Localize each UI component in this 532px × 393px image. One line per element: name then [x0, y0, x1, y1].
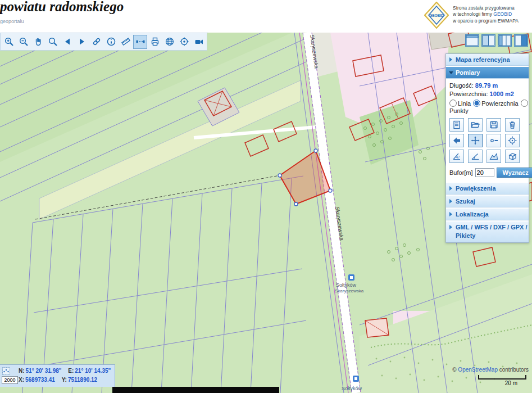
mini-map-icon[interactable] — [2, 367, 10, 376]
wyznacz-button[interactable]: Wyznacz — [497, 168, 532, 178]
credits-block: GEOBID Strona została przygotowana w tec… — [424, 2, 519, 31]
map-scale-input[interactable] — [2, 376, 18, 384]
camera-button[interactable] — [192, 35, 206, 49]
section-lokalizacja[interactable]: Lokalizacja współrzędnej — [446, 209, 529, 220]
site-subtitle: geoportalu — [0, 19, 24, 24]
radio-punkty-label: Punkty — [449, 107, 525, 114]
split-view-icon[interactable] — [481, 34, 495, 47]
pomiary-body: Długość: 89.79 m Powierzchnia: 1000 m2 L… — [446, 79, 529, 182]
stop-label-line1: Sołtyków — [336, 282, 357, 288]
back-arrow-icon[interactable] — [449, 134, 464, 147]
chevron-right-icon — [449, 199, 452, 204]
x-value: 5689733.41 — [25, 377, 55, 383]
xy-coordinates: X:5689733.41 Y:7511890.12 — [19, 377, 97, 383]
pan-hand-button[interactable] — [31, 35, 45, 49]
radio-powierzchnia-label: Powierzchnia — [481, 100, 518, 107]
credits-line-2: w technologii firmy GEOBID — [453, 11, 519, 17]
move-icon[interactable] — [468, 134, 483, 147]
geo-coordinates: N:51° 20' 31.98" E:21° 10' 14.35" — [19, 368, 111, 374]
center-target-icon[interactable] — [505, 134, 520, 147]
measure-tools-grid: 47 — [449, 118, 525, 163]
section-powiekszenia[interactable]: Powiększenia — [446, 183, 529, 195]
radio-linia[interactable] — [449, 100, 457, 107]
map-attribution: © OpenStreetMap contributors — [452, 367, 529, 373]
chevron-right-icon — [449, 186, 452, 191]
scale-bar-label: 20 m — [478, 380, 526, 386]
locate-button[interactable] — [177, 35, 191, 49]
measure-distance-button[interactable] — [133, 35, 147, 49]
coordinates-statusbar: N:51° 20' 31.98" E:21° 10' 14.35" X:5689… — [0, 364, 115, 387]
chevron-right-icon — [449, 212, 452, 216]
e-value: 21° 10' 14.35" — [75, 368, 111, 374]
svg-text:GEOBID: GEOBID — [429, 13, 444, 17]
tools-panel: Mapa referencyjna Pomiary Długość: 89.79… — [445, 53, 529, 243]
length-readout: Długość: 89.79 m — [449, 82, 525, 89]
angle-value-icon[interactable]: 47 — [449, 150, 464, 163]
globe-button[interactable] — [162, 35, 176, 49]
window-view-icon[interactable] — [465, 34, 479, 47]
zoom-in-button[interactable] — [2, 35, 16, 49]
section-mapa-referencyjna[interactable]: Mapa referencyjna — [446, 54, 529, 66]
print-button[interactable] — [148, 35, 162, 49]
area-value: 1000 m2 — [490, 91, 514, 97]
map-area: Skaryszewska Skaryszewska Sołtyków Skary… — [0, 33, 532, 393]
area-readout: Powierzchnia: 1000 m2 — [449, 91, 525, 97]
layout-icons — [465, 34, 528, 47]
info-button[interactable] — [104, 35, 118, 49]
measure-tool-button[interactable] — [119, 35, 133, 49]
link-button[interactable] — [89, 35, 103, 49]
chevron-right-icon — [449, 57, 452, 62]
profile-area-icon[interactable] — [486, 150, 501, 163]
credits-text: Strona została przygotowana w technologi… — [453, 2, 519, 24]
remove-point-icon[interactable] — [486, 134, 501, 147]
chevron-right-icon — [449, 225, 452, 229]
map-toolbar — [0, 33, 207, 51]
previous-view-button[interactable] — [60, 35, 74, 49]
radio-powierzchnia[interactable] — [473, 100, 480, 107]
section-gml-export[interactable]: GML / WFS / DXF / GPX / Pikiety — [446, 222, 529, 242]
y-value: 7511890.12 — [68, 377, 97, 383]
stop-label-line2: Skaryszewska — [335, 288, 364, 293]
columns-view-icon[interactable] — [498, 34, 512, 47]
n-value: 51° 20' 31.98" — [26, 368, 62, 374]
geobid-logo-icon: GEOBID — [424, 2, 449, 31]
zoom-window-button[interactable] — [46, 35, 60, 49]
buffer-row: Bufor[m] Wyznacz — [449, 168, 525, 178]
credits-line-1: Strona została przygotowana — [453, 5, 519, 11]
radio-linia-label: Linia — [458, 100, 471, 107]
buffer-input[interactable] — [475, 168, 494, 177]
next-view-button[interactable] — [75, 35, 89, 49]
delete-icon[interactable] — [505, 118, 520, 132]
buffer-label: Bufor[m] — [449, 169, 473, 176]
openstreetmap-link[interactable]: OpenStreetMap — [458, 367, 498, 373]
zoom-out-button[interactable] — [16, 35, 30, 49]
save-icon[interactable] — [486, 118, 501, 132]
scale-bar-line — [478, 375, 526, 380]
section-pomiary[interactable]: Pomiary — [446, 67, 529, 79]
measure-mode-radios: Linia Powierzchnia — [449, 100, 525, 107]
radio-punkty[interactable] — [521, 100, 528, 107]
folder-icon[interactable] — [468, 118, 483, 132]
credits-line-3: w oparciu o program EWMAPA — [453, 18, 519, 24]
volume-icon[interactable] — [505, 150, 520, 163]
length-value: 89.79 m — [475, 82, 498, 89]
chevron-down-icon — [449, 71, 453, 74]
stop2-label: Sołtyków — [342, 386, 362, 391]
site-title: powiatu radomskiego — [0, 0, 124, 15]
bottom-black-bar — [112, 387, 279, 393]
panel-view-icon[interactable] — [514, 34, 528, 47]
page-header: powiatu radomskiego geoportalu GEOBID St… — [0, 0, 532, 33]
svg-text:47: 47 — [456, 155, 461, 159]
scale-bar: 20 m — [478, 375, 526, 386]
section-szukaj[interactable]: Szukaj — [446, 196, 529, 207]
angle-icon[interactable] — [468, 150, 483, 163]
notes-icon[interactable] — [449, 118, 464, 132]
geobid-link[interactable]: GEOBID — [493, 11, 512, 17]
geoportal-page: powiatu radomskiego geoportalu GEOBID St… — [0, 0, 532, 393]
